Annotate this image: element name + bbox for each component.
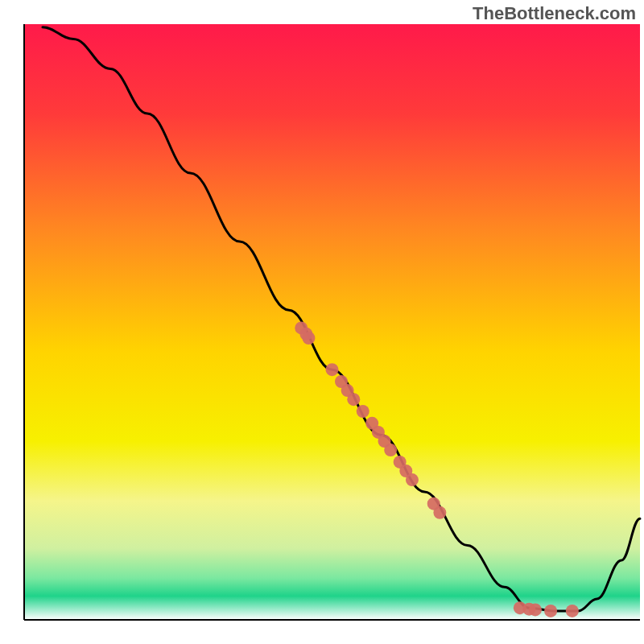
data-point [406,473,419,486]
data-point [326,363,339,376]
data-point [544,605,557,617]
data-point [566,605,579,617]
gradient-background [24,24,640,620]
data-point [347,393,360,406]
data-point [302,332,315,345]
data-point [529,603,542,616]
data-point [433,506,446,519]
chart-svg [0,0,644,644]
data-point [384,444,397,456]
data-point [357,405,369,418]
bottleneck-chart: TheBottleneck.com [0,0,644,644]
watermark-label: TheBottleneck.com [473,3,636,24]
